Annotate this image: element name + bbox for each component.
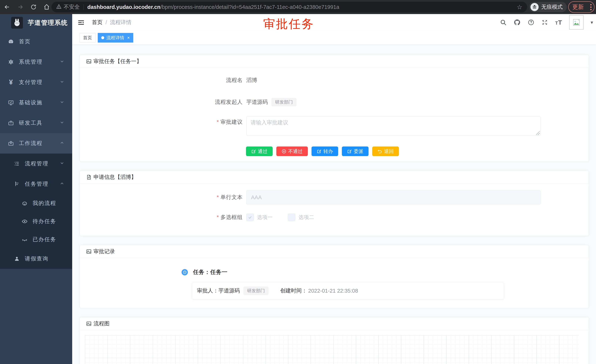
eye-closed-icon (22, 237, 28, 242)
approve-actions: 通过 不通过 转办 委派 (246, 146, 589, 156)
initiator-label: 流程发起人 (80, 98, 243, 106)
annotation-title: 审批任务 (263, 16, 314, 32)
apply-card-title: 申请信息【滔博】 (93, 174, 136, 181)
app-title: 芋道管理系统 (28, 19, 68, 27)
record-item: 审批人： 芋道源码 研发部门 创建时间： 2022-01-21 22:35:08 (192, 282, 504, 299)
chevron-down-icon (60, 120, 64, 126)
opinion-label: *审批建议 (80, 116, 243, 126)
edit-icon (317, 149, 321, 154)
delegate-button[interactable]: 委派 (342, 146, 369, 156)
single-text-input[interactable] (246, 190, 541, 204)
font-size-icon[interactable]: TT (555, 19, 562, 26)
forward-icon[interactable] (17, 4, 24, 10)
checkbox-group-row: *多选框组 选项一 选项二 (80, 212, 589, 223)
sidebar-item-payment[interactable]: ¥ 支付管理 (0, 72, 72, 93)
sidebar-item-process-mgmt[interactable]: 流程管理 (0, 153, 72, 174)
gear-icon (8, 59, 14, 65)
url-divider (83, 4, 84, 10)
bpmn-grid-canvas[interactable] (85, 335, 579, 364)
approve-button[interactable]: 通过 (246, 146, 273, 156)
sidebar-item-leave-query[interactable]: 请假查询 (0, 248, 72, 269)
avatar-caret-icon[interactable]: ▾ (591, 20, 593, 25)
approver-value: 芋道源码 (218, 287, 240, 294)
created-label: 创建时间： (280, 287, 307, 294)
check-icon (248, 215, 252, 219)
list-icon (14, 161, 20, 167)
search-icon[interactable] (500, 19, 507, 26)
browser-menu-icon[interactable] (590, 4, 592, 10)
required-asterisk: * (217, 119, 219, 125)
sidebar-menu: 首页 系统管理 ¥ 支付管理 基础设施 研发工具 (0, 31, 72, 269)
required-asterisk: * (217, 194, 219, 200)
incognito-badge: 无痕模式 (529, 2, 567, 12)
picture-icon (86, 249, 92, 254)
approve-task-card: 审批任务【任务一】 流程名 滔博 流程发起人 芋道源码 研发部门 (80, 55, 589, 162)
process-name-label: 流程名 (80, 77, 243, 84)
incognito-label: 无痕模式 (541, 3, 563, 11)
reject-button[interactable]: 不通过 (276, 146, 308, 156)
url-bar[interactable]: 不安全 dashboard.yudao.iocoder.cn/bpm/proce… (52, 2, 527, 12)
update-button[interactable]: 更新 (568, 1, 595, 13)
sidebar-item-home[interactable]: 首页 (0, 31, 72, 52)
tags-view: 首页 流程详情 × (72, 31, 596, 45)
url-text: dashboard.yudao.iocoder.cn/bpm/process-i… (87, 4, 339, 10)
sidebar-item-system[interactable]: 系统管理 (0, 52, 72, 72)
eye-open-icon (22, 218, 28, 224)
refresh-icon[interactable] (30, 4, 37, 10)
flow-tree-icon (14, 181, 20, 187)
breadcrumb-separator: / (105, 19, 107, 26)
sidebar: 芋道管理系统 首页 系统管理 ¥ 支付管理 基础设施 (0, 14, 72, 364)
tab-home[interactable]: 首页 (80, 33, 96, 43)
checkbox-option2-unchecked[interactable] (288, 214, 295, 221)
checkbox-group-label: *多选框组 (80, 214, 243, 221)
help-icon[interactable] (528, 19, 534, 26)
checkbox-option1-checked[interactable] (246, 214, 254, 221)
records-card-title: 审批记录 (93, 248, 115, 255)
breadcrumb: 首页 / 流程详情 (92, 14, 131, 31)
toolbox-icon (8, 120, 14, 126)
diagram-card-header: 流程图 (80, 317, 589, 330)
approver-dept-tag: 研发部门 (244, 287, 268, 295)
url-path: /bpm/process-instance/detail?id=54aa251f… (160, 4, 339, 10)
breadcrumb-home[interactable]: 首页 (92, 19, 103, 26)
process-name-row: 流程名 滔博 (80, 75, 589, 86)
sidebar-item-my-process[interactable]: 我的流程 (0, 194, 72, 212)
transfer-button[interactable]: 转办 (312, 146, 338, 156)
timeline-node: 任务：任务一 (182, 268, 589, 276)
sidebar-item-todo-tasks[interactable]: 待办任务 (0, 212, 72, 230)
browser-toolbar: 不安全 dashboard.yudao.iocoder.cn/bpm/proce… (0, 0, 596, 14)
chevron-up-icon (60, 181, 64, 187)
checkbox-option2-label: 选项二 (298, 214, 314, 221)
edit-icon (347, 149, 352, 154)
fullscreen-icon[interactable] (541, 19, 548, 26)
sidebar-item-devtools[interactable]: 研发工具 (0, 113, 72, 133)
avatar[interactable] (569, 15, 584, 29)
sidebar-item-done-tasks[interactable]: 已办任务 (0, 230, 72, 248)
back-icon[interactable] (4, 4, 10, 10)
sidebar-logo[interactable]: 芋道管理系统 (0, 14, 72, 31)
sidebar-item-workflow[interactable]: 工作流程 (0, 133, 72, 153)
return-button[interactable]: 退回 (372, 146, 399, 156)
approver-label: 审批人： (197, 287, 218, 294)
opinion-textarea[interactable] (246, 116, 541, 136)
security-label: 不安全 (64, 3, 80, 11)
hamburger-icon[interactable] (77, 19, 85, 27)
clock-icon (182, 269, 188, 275)
chevron-down-icon (60, 100, 64, 106)
initiator-dept-tag: 研发部门 (272, 98, 296, 106)
workflow-submenu: 流程管理 任务管理 我的流程 待办任务 已办 (0, 153, 72, 269)
update-label: 更新 (572, 3, 584, 11)
sidebar-item-task-mgmt[interactable]: 任务管理 (0, 174, 72, 194)
task-title: 任务：任务一 (193, 268, 227, 276)
bookmark-star-icon[interactable]: ☆ (517, 3, 522, 11)
process-name-value: 滔博 (246, 77, 257, 84)
github-icon[interactable] (514, 19, 521, 26)
single-text-row: *单行文本 (80, 190, 589, 204)
sidebar-item-infra[interactable]: 基础设施 (0, 93, 72, 113)
tab-process-detail[interactable]: 流程详情 × (98, 33, 133, 43)
home-icon[interactable] (43, 4, 50, 10)
tab-close-icon[interactable]: × (127, 35, 130, 40)
checkbox-option1-label: 选项一 (257, 214, 273, 221)
edit-icon (251, 149, 256, 154)
resize-grip-icon[interactable] (536, 131, 540, 135)
